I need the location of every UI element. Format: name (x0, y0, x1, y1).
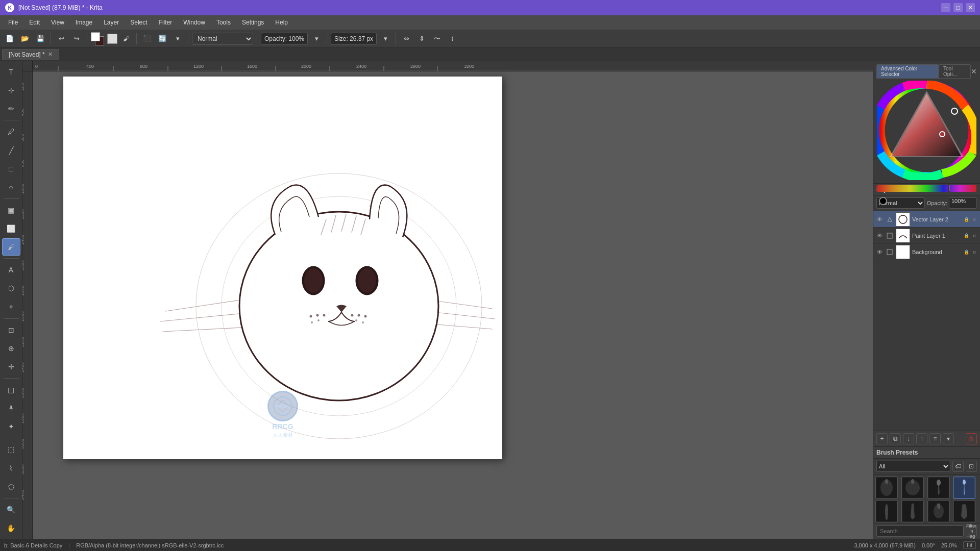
menu-select[interactable]: Select (125, 17, 152, 28)
menu-tools[interactable]: Tools (211, 17, 236, 28)
fill-tool[interactable]: ▣ (2, 202, 20, 219)
mirror-v-button[interactable]: ⇕ (415, 32, 428, 45)
layer-row-vector2[interactable]: 👁 Vector Layer 2 🔒 α (873, 211, 980, 228)
rect-select-tool[interactable]: ⬚ (2, 441, 20, 458)
gradient-tool[interactable]: ⬜ (2, 220, 20, 237)
ellipse-tool[interactable]: ○ (2, 179, 20, 196)
filter-in-tag-button2[interactable]: Filter in Tag (966, 525, 977, 537)
menu-view[interactable]: View (46, 17, 69, 28)
opacity-dropdown[interactable]: ▾ (310, 32, 323, 45)
foreground-color[interactable] (91, 32, 104, 45)
crop-tool[interactable]: ⊡ (2, 321, 20, 339)
canvas-container[interactable]: RRCG RRCG 人人素材 (33, 71, 873, 539)
stabilizer-button[interactable]: 〜 (430, 32, 444, 45)
freehand-brush-tool[interactable]: 🖌 (2, 238, 20, 256)
brush-preset-7[interactable] (927, 500, 950, 522)
open-button[interactable]: 📂 (18, 32, 32, 45)
redo-button[interactable]: ↪ (70, 32, 83, 45)
menu-edit[interactable]: Edit (24, 17, 45, 28)
layer-row-background[interactable]: 👁 Background 🔒 α (873, 244, 980, 260)
canvas-area[interactable]: 0 400 800 1200 1600 2000 2400 2800 3200 (22, 61, 873, 539)
smooth-button[interactable]: ⌇ (446, 32, 459, 45)
canvas-wrapper[interactable]: RRCG RRCG 人人素材 (63, 77, 502, 459)
brush-search-input[interactable] (876, 525, 964, 537)
tag-select[interactable]: All (876, 461, 950, 472)
menu-file[interactable]: File (3, 17, 23, 28)
freehand-select-tool2[interactable]: ⌇ (2, 460, 20, 477)
transform-tool[interactable]: ⊕ (2, 340, 20, 357)
menu-window[interactable]: Window (178, 17, 210, 28)
polygon-select-tool[interactable]: ⬠ (2, 478, 20, 495)
dropdown-arrow[interactable]: ▾ (171, 32, 184, 45)
menu-help[interactable]: Help (270, 17, 293, 28)
color-panel-close[interactable]: ✕ (971, 67, 977, 76)
refresh-button[interactable]: 🔄 (156, 32, 169, 45)
layer-alpha-background[interactable]: α (971, 248, 978, 256)
layer-lock-background[interactable]: 🔒 (963, 248, 970, 256)
color-tab-advanced[interactable]: Advanced Color Selector (876, 64, 939, 79)
color-black-indicator[interactable] (879, 197, 887, 205)
layer-options-button[interactable]: ≡ (929, 433, 941, 444)
duplicate-layer-button[interactable]: ⧉ (890, 433, 901, 444)
text-tool[interactable]: A (2, 261, 20, 279)
close-button[interactable]: ✕ (966, 3, 975, 12)
brush-toggle[interactable]: 🖌 (119, 32, 133, 45)
shapes-tool[interactable]: ⬡ (2, 280, 20, 297)
menu-layer[interactable]: Layer (99, 17, 124, 28)
zoom-fit-button[interactable]: Fit (963, 541, 976, 549)
save-button[interactable]: 💾 (34, 32, 47, 45)
freehand-selection-tool[interactable]: T (2, 63, 20, 81)
layer-visibility-background[interactable]: 👁 (875, 248, 884, 256)
undo-button[interactable]: ↩ (55, 32, 68, 45)
brush-preset-1[interactable] (875, 477, 898, 499)
color-select-tool[interactable]: ◫ (2, 381, 20, 398)
add-layer-button[interactable]: + (876, 433, 888, 444)
mirror-h-button[interactable]: ⇔ (400, 32, 413, 45)
layer-lock-paint1[interactable]: 🔒 (963, 232, 970, 239)
layer-dropdown-button[interactable]: ▾ (943, 433, 954, 444)
brush-pattern[interactable] (107, 34, 117, 44)
paint-tool[interactable]: ✏ (2, 100, 20, 117)
color-strip[interactable] (877, 185, 976, 194)
delete-layer-button[interactable]: 🗑 (966, 433, 977, 444)
filter-in-tag-button[interactable]: ⊡ (966, 461, 977, 472)
pan-tool[interactable]: ✋ (2, 519, 20, 537)
brush-preset-2[interactable] (901, 477, 924, 499)
layer-visibility-paint1[interactable]: 👁 (875, 232, 884, 240)
move-tool[interactable]: ✛ (2, 358, 20, 375)
size-dropdown[interactable]: ▾ (379, 32, 392, 45)
layer-lock-vector2[interactable]: 🔒 (963, 216, 970, 223)
brush-preset-basic6-details[interactable] (953, 477, 975, 499)
smart-patch-tool[interactable]: ✦ (2, 418, 20, 435)
layer-row-paint1[interactable]: 👁 Paint Layer 1 🔒 α (873, 228, 980, 244)
color-picker-tool[interactable]: 🖈 (2, 399, 20, 417)
brush-preset-3[interactable] (927, 477, 950, 499)
brush-preset-5[interactable] (875, 500, 898, 522)
layer-visibility-vector2[interactable]: 👁 (875, 215, 884, 223)
minimize-button[interactable]: ─ (941, 3, 950, 12)
brush-tool[interactable]: 🖊 (2, 123, 20, 140)
layer-alpha-paint1[interactable]: α (971, 232, 978, 239)
line-tool[interactable]: ╱ (2, 142, 20, 159)
doc-tab-close[interactable]: ✕ (48, 51, 53, 58)
maximize-button[interactable]: □ (953, 3, 963, 12)
contiguous-selection-tool[interactable]: ⊹ (2, 82, 20, 99)
document-tab[interactable]: [Not Saved] * ✕ (2, 49, 59, 60)
fill-button[interactable]: ⬛ (140, 32, 154, 45)
move-layer-up-button[interactable]: ↑ (916, 433, 927, 444)
size-display[interactable]: Size: 26.37 px (331, 33, 377, 45)
brush-preset-6[interactable] (901, 500, 924, 522)
new-button[interactable]: 📄 (3, 32, 16, 45)
rect-tool[interactable]: □ (2, 160, 20, 178)
move-layer-down-button[interactable]: ↓ (903, 433, 914, 444)
path-tool[interactable]: ⌖ (2, 298, 20, 316)
color-tab-tool-options[interactable]: Tool Opti... (939, 64, 971, 79)
color-wheel-container[interactable] (877, 81, 976, 180)
menu-settings[interactable]: Settings (237, 17, 269, 28)
menu-filter[interactable]: Filter (154, 17, 178, 28)
zoom-tool[interactable]: 🔍 (2, 501, 20, 518)
layer-alpha-vector2[interactable]: α (971, 216, 978, 223)
opacity-display[interactable]: Opacity: 100% (261, 33, 308, 45)
brush-preset-8[interactable] (953, 500, 975, 522)
menu-image[interactable]: Image (70, 17, 97, 28)
